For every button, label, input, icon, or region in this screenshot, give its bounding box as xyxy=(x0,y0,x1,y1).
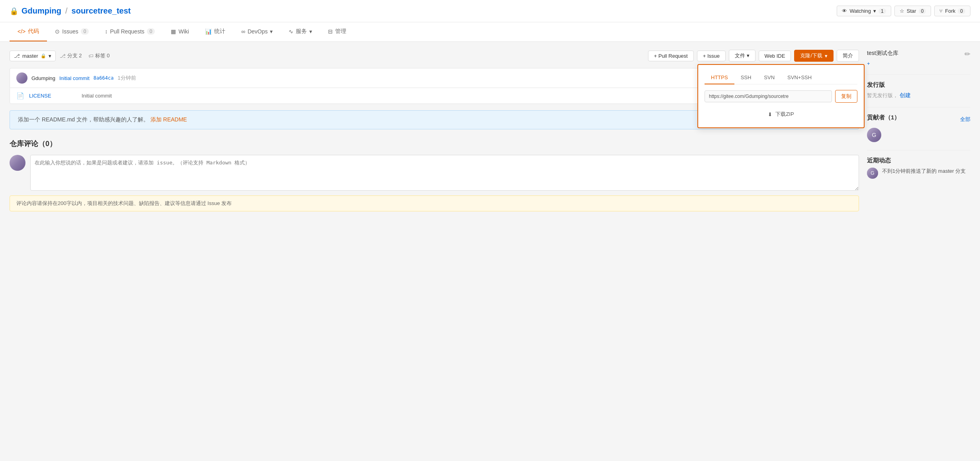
branch-icon: ⎇ xyxy=(14,53,20,59)
clone-url-input[interactable] xyxy=(705,90,832,102)
fork-button[interactable]: ⑂ Fork 0 xyxy=(934,6,970,16)
ssh-label: SSH xyxy=(741,74,752,80)
branches-count: 分支 2 xyxy=(67,52,82,59)
all-contributors-link[interactable]: 全部 xyxy=(960,116,970,123)
tags-count: 标签 0 xyxy=(95,52,110,59)
download-zip-button[interactable]: ⬇ 下载ZIP xyxy=(705,107,857,121)
add-readme-link[interactable]: 添加 README xyxy=(150,116,187,123)
tab-manage[interactable]: ⊟ 管理 xyxy=(320,22,354,41)
edit-icon[interactable]: ✏ xyxy=(964,50,970,59)
https-label: HTTPS xyxy=(711,74,728,80)
watching-button[interactable]: 👁 Watching ▾ 1 xyxy=(837,6,891,16)
file-button[interactable]: 文件 ▾ xyxy=(729,50,755,62)
copy-button[interactable]: 复制 xyxy=(835,90,857,103)
pull-request-button[interactable]: + Pull Request xyxy=(648,51,694,61)
contributors-title: 贡献者（1） xyxy=(867,114,900,121)
file-name[interactable]: LICENSE xyxy=(29,93,77,99)
svn-label: SVN xyxy=(764,74,775,80)
branch-info: ⎇ 分支 2 🏷 标签 0 xyxy=(60,52,110,59)
contributors-section: 贡献者（1） 全部 G xyxy=(867,114,970,142)
create-release-link[interactable]: 创建 xyxy=(900,92,911,98)
repo-name[interactable]: sourcetree_test xyxy=(72,6,131,16)
file-type-icon: 📄 xyxy=(16,92,24,100)
watching-count: 1 xyxy=(878,8,886,14)
devops-chevron-icon: ▾ xyxy=(270,28,273,35)
repo-title: 🔒 Gdumping / sourcetree_test xyxy=(10,6,131,16)
issue-button[interactable]: + Issue xyxy=(697,51,726,61)
branch-name: master xyxy=(22,53,38,59)
divider-1 xyxy=(867,74,970,75)
clone-tab-svnssh[interactable]: SVN+SSH xyxy=(781,71,818,84)
comment-input[interactable] xyxy=(30,155,859,191)
devops-icon: ∞ xyxy=(241,28,245,35)
activity-section: 近期动态 G 不到1分钟前推送了新的 master 分支 xyxy=(867,157,970,179)
intro-desc: test测试仓库 xyxy=(867,50,970,57)
pulls-badge: 0 xyxy=(147,28,155,35)
tab-issues-label: Issues xyxy=(62,28,78,35)
branches-info[interactable]: ⎇ 分支 2 xyxy=(60,52,82,59)
commit-hash[interactable]: 8a664ca xyxy=(94,75,114,81)
intro-section: test测试仓库 + xyxy=(867,50,970,66)
activity-avatar: G xyxy=(867,168,878,179)
intro-button[interactable]: 简介 xyxy=(837,50,859,62)
download-icon: ⬇ xyxy=(768,111,772,117)
comment-warning: 评论内容请保持在200字以内，项目相关的技术问题、缺陷报告、建议等信息请通过 I… xyxy=(10,195,859,211)
branch-chevron-icon: ▾ xyxy=(49,53,51,59)
manage-icon: ⊟ xyxy=(328,28,333,35)
lock-icon: 🔒 xyxy=(10,7,18,16)
tab-issues[interactable]: ⊙ Issues 0 xyxy=(47,23,97,41)
no-release-text: 暂无发行版， xyxy=(867,92,898,98)
add-topics-link[interactable]: + xyxy=(867,61,870,66)
svnssh-label: SVN+SSH xyxy=(787,74,812,80)
download-label: 下载ZIP xyxy=(775,111,794,118)
fork-label: Fork xyxy=(945,8,955,14)
star-icon: ☆ xyxy=(900,8,904,14)
wiki-icon: ▦ xyxy=(171,28,176,35)
tab-manage-label: 管理 xyxy=(335,28,346,35)
clone-chevron-icon: ▾ xyxy=(825,53,828,59)
tags-info[interactable]: 🏷 标签 0 xyxy=(88,52,110,59)
commit-avatar xyxy=(16,72,27,84)
eye-icon: 👁 xyxy=(842,8,847,14)
star-button[interactable]: ☆ Star 0 xyxy=(894,6,931,16)
file-btn-label: 文件 xyxy=(735,53,745,59)
webide-button[interactable]: Web IDE xyxy=(759,51,791,61)
owner-name[interactable]: Gdumping xyxy=(21,6,61,16)
chevron-down-icon: ▾ xyxy=(873,8,876,14)
tab-devops[interactable]: ∞ DevOps ▾ xyxy=(233,23,281,41)
branch-selector[interactable]: ⎇ master 🔒 ▾ xyxy=(10,51,56,61)
tab-devops-label: DevOps xyxy=(248,28,268,35)
tab-stats[interactable]: 📊 统计 xyxy=(197,22,233,41)
clone-tab-svn[interactable]: SVN xyxy=(757,71,781,84)
divider-2 xyxy=(867,107,970,107)
star-count: 0 xyxy=(919,8,926,14)
right-panel: ✏ test测试仓库 + 发行版 暂无发行版， 创建 贡献者（1） 全部 G xyxy=(867,50,970,211)
tab-wiki-label: Wiki xyxy=(178,28,189,35)
tab-service[interactable]: ∿ 服务 ▾ xyxy=(281,22,320,41)
stats-icon: 📊 xyxy=(205,28,212,35)
release-title: 发行版 xyxy=(867,81,970,89)
tab-code-label: 代码 xyxy=(28,28,39,35)
comments-section: 仓库评论（0） 评论内容请保持在200字以内，项目相关的技术问题、缺陷报告、建议… xyxy=(10,139,859,211)
contributors-row: 贡献者（1） 全部 xyxy=(867,114,970,125)
fork-icon: ⑂ xyxy=(939,8,943,14)
clone-tabs: HTTPS SSH SVN SVN+SSH xyxy=(705,71,857,84)
clone-button[interactable]: 克隆/下载 ▾ xyxy=(794,50,834,62)
commit-message[interactable]: Initial commit xyxy=(59,75,90,81)
contributor-avatar: G xyxy=(867,128,881,142)
user-avatar xyxy=(10,155,25,171)
issues-icon: ⊙ xyxy=(55,28,60,35)
divider-3 xyxy=(867,150,970,150)
tab-wiki[interactable]: ▦ Wiki xyxy=(163,23,197,41)
comment-input-row xyxy=(10,155,859,191)
tab-code[interactable]: </> 代码 xyxy=(10,22,47,41)
fork-small-icon: ⎇ xyxy=(60,53,66,59)
commit-user[interactable]: Gdumping xyxy=(31,75,55,81)
comments-title: 仓库评论（0） xyxy=(10,139,859,148)
main-content: ⎇ master 🔒 ▾ ⎇ 分支 2 🏷 标签 0 + Pull Reques… xyxy=(0,42,980,219)
clone-tab-https[interactable]: HTTPS xyxy=(705,71,734,84)
clone-tab-ssh[interactable]: SSH xyxy=(734,71,758,84)
branch-bar-right: + Pull Request + Issue 文件 ▾ Web IDE 克隆/下… xyxy=(648,50,859,62)
title-separator: / xyxy=(65,6,68,16)
tab-pulls[interactable]: ↕ Pull Requests 0 xyxy=(97,23,163,41)
